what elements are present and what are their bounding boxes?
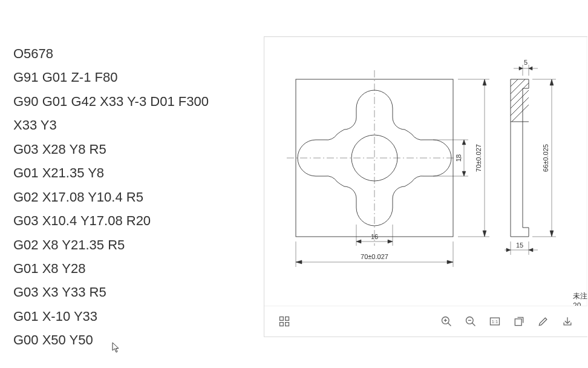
open-external-icon[interactable]	[512, 315, 526, 328]
fit-icon[interactable]: 1:1	[488, 315, 501, 328]
code-line: G01 X21.35 Y8	[13, 162, 255, 185]
svg-line-53	[448, 323, 451, 326]
svg-line-28	[505, 77, 535, 107]
svg-marker-36	[519, 67, 523, 70]
svg-rect-61	[515, 319, 521, 326]
code-line: G91 G01 Z-1 F80	[13, 66, 255, 90]
svg-text:1:1: 1:1	[492, 319, 498, 324]
svg-line-29	[505, 84, 535, 114]
technical-drawing: 70±0.027 16	[269, 58, 583, 282]
code-line: G01 X8 Y28	[13, 257, 255, 281]
code-line: G00 X50 Y50	[13, 329, 255, 352]
svg-rect-50	[280, 323, 284, 326]
drawing-viewport[interactable]: 70±0.027 16	[264, 37, 587, 303]
svg-rect-49	[286, 317, 289, 321]
svg-rect-51	[286, 323, 289, 326]
dim-width: 70±0.027	[361, 253, 388, 260]
dim-height: 70±0.027	[475, 144, 482, 172]
zoom-out-icon[interactable]	[464, 315, 477, 328]
svg-marker-7	[296, 260, 302, 264]
dim-notch: 5	[524, 59, 528, 66]
svg-line-57	[472, 323, 475, 326]
code-line: G90 G01 G42 X33 Y-3 D01 F300	[13, 90, 255, 114]
svg-marker-46	[506, 248, 511, 252]
pencil-icon[interactable]	[537, 315, 550, 328]
code-line: G03 X28 Y8 R5	[13, 138, 255, 162]
svg-marker-22	[462, 140, 466, 145]
code-line: O5678	[13, 42, 255, 66]
svg-marker-37	[529, 67, 532, 70]
svg-marker-13	[388, 240, 393, 243]
mouse-cursor	[112, 342, 120, 353]
svg-rect-48	[280, 317, 284, 321]
dim-right-bottom: 15	[516, 242, 523, 249]
svg-marker-12	[356, 240, 361, 243]
svg-marker-8	[447, 260, 453, 264]
svg-marker-17	[483, 79, 486, 85]
svg-line-31	[505, 99, 535, 129]
gcode-listing: O5678 G91 G01 Z-1 F80 G90 G01 G42 X33 Y-…	[13, 42, 255, 353]
code-line: G03 X10.4 Y17.08 R20	[13, 209, 255, 233]
svg-marker-18	[483, 231, 486, 237]
code-line: G01 X-10 Y33	[13, 305, 255, 329]
note-line: 未注	[573, 291, 587, 301]
code-line: G03 X3 Y33 R5	[13, 281, 255, 304]
svg-marker-42	[550, 231, 554, 237]
drawing-preview-panel: 70±0.027 16	[264, 36, 587, 337]
svg-line-25	[505, 58, 535, 85]
code-line: G02 X8 Y21.35 R5	[13, 234, 255, 257]
dim-right-height: 66±0.025	[542, 144, 549, 172]
dim-inner: 16	[371, 233, 378, 240]
grid-icon[interactable]	[278, 315, 291, 328]
code-line: G02 X17.08 Y10.4 R5	[13, 186, 255, 209]
svg-line-30	[505, 91, 535, 122]
svg-marker-23	[462, 171, 466, 176]
download-icon[interactable]	[561, 315, 574, 328]
svg-marker-41	[550, 79, 554, 85]
preview-toolbar: 1:1	[264, 306, 587, 337]
svg-line-27	[505, 70, 535, 100]
zoom-in-icon[interactable]	[440, 315, 453, 328]
code-line: X33 Y3	[13, 114, 255, 137]
svg-marker-47	[529, 248, 533, 252]
dim-small-vertical: 18	[455, 154, 462, 162]
